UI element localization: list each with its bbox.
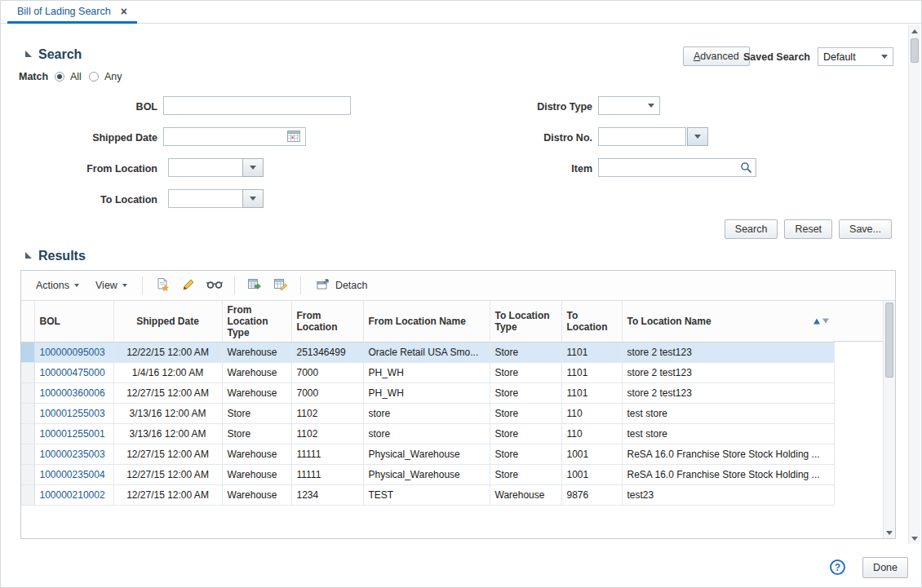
view-record-button[interactable] xyxy=(203,275,226,296)
toolbar-separator xyxy=(234,276,235,294)
table-row[interactable]: 10000023500412/27/15 12:00 AMWarehouse11… xyxy=(21,464,834,484)
bol-input[interactable] xyxy=(163,96,351,115)
sort-ascending-icon[interactable] xyxy=(813,318,820,324)
row-selector[interactable] xyxy=(21,444,34,464)
cell-bol[interactable]: 100001255003 xyxy=(34,403,113,423)
column-header-to-location-type[interactable]: To Location Type xyxy=(490,301,561,342)
sort-descending-icon[interactable] xyxy=(822,319,829,324)
column-header-from-location-type[interactable]: From Location Type xyxy=(222,301,291,342)
row-selector[interactable] xyxy=(21,484,34,505)
view-menu-label: View xyxy=(95,280,117,291)
search-collapse-icon[interactable] xyxy=(25,51,32,57)
table-row[interactable]: 1000012550033/13/16 12:00 AMStore1102sto… xyxy=(21,403,834,423)
tab-close-icon[interactable]: × xyxy=(121,6,127,17)
row-selector[interactable] xyxy=(21,423,34,444)
table-row[interactable]: 10000023500312/27/15 12:00 AMWarehouse11… xyxy=(21,444,834,464)
cell-to-location: 1101 xyxy=(561,382,622,403)
to-location-input[interactable] xyxy=(168,189,243,208)
to-location-dropdown-button[interactable] xyxy=(242,189,264,208)
sort-controls xyxy=(813,318,829,324)
scroll-up-arrow[interactable] xyxy=(909,25,920,37)
cell-bol[interactable]: 100000475000 xyxy=(34,362,113,382)
cell-bol[interactable]: 100000360006 xyxy=(34,382,113,403)
cell-to-location-type: Store xyxy=(490,382,561,403)
cell-bol[interactable]: 100000235003 xyxy=(34,444,113,464)
column-header-bol[interactable]: BOL xyxy=(34,301,113,342)
column-header-shipped-date[interactable]: Shipped Date xyxy=(113,301,222,342)
column-header-to-location-name[interactable]: To Location Name xyxy=(622,301,834,342)
results-scrollbar-thumb[interactable] xyxy=(885,303,893,378)
results-collapse-icon[interactable] xyxy=(25,252,32,259)
reset-button[interactable]: Reset xyxy=(784,219,832,239)
table-row[interactable]: 10000009500312/22/15 12:00 AMWarehouse25… xyxy=(21,342,834,362)
cell-to-location-type: Store xyxy=(490,444,561,464)
column-header-to-location[interactable]: To Location xyxy=(561,301,622,342)
detach-button[interactable]: Detach xyxy=(309,275,375,297)
cell-to-location: 110 xyxy=(561,403,622,423)
actions-menu-button[interactable]: Actions xyxy=(29,276,86,294)
cell-from-location-type: Warehouse xyxy=(222,382,291,403)
cell-to-location-name: test store xyxy=(622,403,834,423)
cell-bol[interactable]: 100000235004 xyxy=(34,464,113,484)
calendar-icon[interactable] xyxy=(287,130,301,143)
cell-bol[interactable]: 100001255001 xyxy=(34,423,113,444)
table-row[interactable]: 10000021000212/27/15 12:00 AMWarehouse12… xyxy=(21,484,834,505)
shipped-date-input[interactable] xyxy=(163,127,306,146)
table-row[interactable]: 1000012550013/13/16 12:00 AMStore1102sto… xyxy=(21,423,834,444)
distro-type-dropdown[interactable] xyxy=(598,96,660,115)
distro-no-input[interactable] xyxy=(598,127,686,146)
cell-shipped-date: 3/13/16 12:00 AM xyxy=(113,423,222,444)
chevron-down-icon xyxy=(74,284,79,287)
from-location-input[interactable] xyxy=(168,158,243,177)
results-scrollbar[interactable] xyxy=(883,301,895,538)
search-button[interactable]: Search xyxy=(725,219,778,239)
tab-bill-of-lading-search[interactable]: Bill of Lading Search × xyxy=(7,1,137,24)
help-button[interactable]: ? xyxy=(830,559,845,575)
row-selector[interactable] xyxy=(21,403,34,423)
edit-button[interactable] xyxy=(177,275,200,296)
row-selector[interactable] xyxy=(21,464,34,484)
cell-bol[interactable]: 100000210002 xyxy=(34,484,113,505)
column-header-from-location-name[interactable]: From Location Name xyxy=(363,301,490,342)
row-selector[interactable] xyxy=(21,382,34,403)
cell-from-location-name: store xyxy=(363,423,490,444)
cell-from-location-type: Warehouse xyxy=(222,342,291,362)
cell-to-location-name: test23 xyxy=(622,484,834,505)
column-header-from-location[interactable]: From Location xyxy=(291,301,363,342)
done-button[interactable]: Done xyxy=(862,557,908,578)
from-location-dropdown-button[interactable] xyxy=(242,158,264,177)
cell-bol[interactable]: 100000095003 xyxy=(34,342,113,362)
header-row-selector xyxy=(21,301,34,342)
match-any-label: Any xyxy=(104,71,122,82)
item-label: Item xyxy=(485,163,592,175)
view-menu-button[interactable]: View xyxy=(89,276,134,294)
row-selector[interactable] xyxy=(21,362,34,382)
match-all-radio[interactable] xyxy=(55,72,64,82)
saved-search-label: Saved Search xyxy=(743,51,810,63)
saved-search-dropdown[interactable]: Default xyxy=(818,47,893,66)
export-button[interactable] xyxy=(269,275,292,296)
save-button[interactable]: Save... xyxy=(839,219,892,239)
detach-icon xyxy=(316,278,330,294)
advanced-button-label: Advanced xyxy=(694,51,739,62)
page-scrollbar-thumb[interactable] xyxy=(911,38,919,63)
advanced-button[interactable]: Advanced xyxy=(683,46,750,66)
match-any-radio[interactable] xyxy=(89,72,99,82)
cell-to-location-name: ReSA 16.0 Franchise Store Stock Holding … xyxy=(622,444,834,464)
cell-from-location-name: PH_WH xyxy=(363,362,490,382)
table-row[interactable]: 10000036000612/27/15 12:00 AMWarehouse70… xyxy=(21,382,834,403)
item-input[interactable] xyxy=(598,158,756,177)
scroll-down-arrow[interactable] xyxy=(909,533,920,544)
table-row[interactable]: 1000004750001/4/16 12:00 AMWarehouse7000… xyxy=(21,362,834,382)
export-to-excel-button[interactable] xyxy=(243,275,266,296)
page-scrollbar[interactable] xyxy=(908,25,920,544)
cell-from-location-name: TEST xyxy=(363,484,490,505)
scroll-down-arrow[interactable] xyxy=(884,527,895,538)
results-section-title: Results xyxy=(38,249,86,263)
spreadsheet-export-icon xyxy=(247,277,262,294)
row-selector[interactable] xyxy=(21,342,34,362)
create-button[interactable] xyxy=(151,275,174,296)
results-toolbar: Actions View xyxy=(21,271,895,301)
search-icon[interactable] xyxy=(740,161,752,174)
distro-no-dropdown-button[interactable] xyxy=(687,127,708,146)
